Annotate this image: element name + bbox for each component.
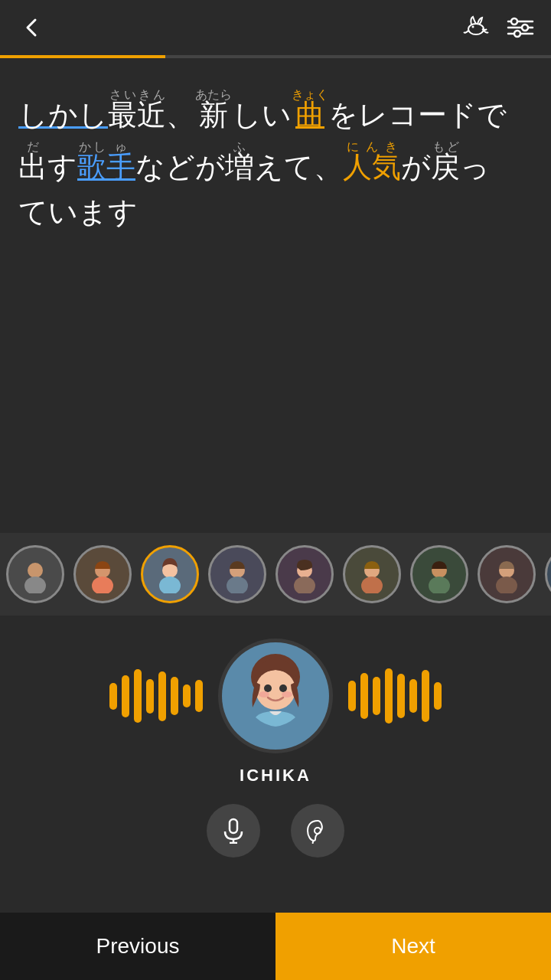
svg-point-37 <box>282 691 292 697</box>
wave-bar <box>373 677 380 715</box>
character-avatar-7[interactable] <box>478 545 536 603</box>
wave-bar <box>409 679 417 713</box>
speaker-avatar <box>218 639 333 753</box>
character-avatar-2[interactable] <box>141 545 199 603</box>
svg-point-11 <box>92 577 113 593</box>
svg-point-21 <box>429 577 450 593</box>
text-saikin: 最(さい) <box>108 89 137 135</box>
svg-point-17 <box>294 577 315 593</box>
svg-point-41 <box>315 828 321 834</box>
svg-rect-38 <box>230 819 237 833</box>
svg-point-34 <box>264 684 272 692</box>
wave-bar <box>348 681 356 711</box>
previous-button[interactable]: Previous <box>0 913 276 980</box>
line-2: 出(だ) す 歌(かし) 手(ゅ) などが 増(ふ) えて、 人気(にんき) が… <box>18 141 533 187</box>
svg-point-36 <box>259 691 269 697</box>
text-kashu: 歌(かし) <box>77 141 106 187</box>
wave-bar <box>360 673 368 719</box>
settings-icon[interactable] <box>505 12 536 43</box>
character-avatar-5[interactable] <box>343 545 401 603</box>
text-ninki: 人気(にんき) <box>343 141 401 187</box>
wave-bar <box>183 684 191 707</box>
svg-point-33 <box>256 670 295 710</box>
wave-bar <box>397 674 405 718</box>
wave-bar <box>195 680 203 712</box>
text-wo-record: をレコードで <box>328 96 507 135</box>
svg-point-1 <box>472 26 474 28</box>
text-shu: 手(ゅ) <box>106 141 135 187</box>
svg-point-23 <box>496 577 517 593</box>
wave-bar <box>134 669 142 723</box>
text-tt: っ <box>460 148 490 187</box>
text-kin: 近(きん) <box>137 89 166 135</box>
text-da: 出(だ) <box>18 141 47 187</box>
text-fu: 増(ふ) <box>225 141 254 187</box>
line-3: ています <box>18 193 533 232</box>
speed-icon[interactable] <box>461 12 491 43</box>
svg-point-15 <box>227 577 248 593</box>
speaker-name: ICHIKA <box>240 766 311 786</box>
ear-button[interactable] <box>291 804 344 858</box>
line-1: しかし 最(さい) 近(きん) 、 新(あたら) しい 曲(きょく) をレコード… <box>18 89 533 135</box>
text-shikashi: しかし <box>18 96 108 135</box>
text-shii: しい <box>232 96 292 135</box>
character-avatar-6[interactable] <box>410 545 468 603</box>
svg-point-13 <box>159 577 181 593</box>
text-modo: 戻(もど) <box>431 141 460 187</box>
text-ete: えて、 <box>254 148 343 187</box>
controls <box>207 804 344 858</box>
wave-bar <box>434 682 442 710</box>
speaker-section: ICHIKA <box>0 616 551 880</box>
wave-bar <box>158 671 166 721</box>
svg-point-19 <box>361 577 383 593</box>
text-gamodott: が <box>401 148 431 187</box>
wave-bar <box>122 675 129 717</box>
character-avatar-0[interactable] <box>6 545 64 603</box>
wave-bar <box>171 677 178 715</box>
text-nadoga: などが <box>135 148 225 187</box>
svg-point-8 <box>28 563 43 578</box>
svg-point-35 <box>279 684 287 692</box>
bottom-navigation: Previous Next <box>0 913 551 980</box>
svg-point-6 <box>522 24 528 31</box>
header <box>0 0 551 55</box>
left-waveform <box>109 665 203 727</box>
text-su: す <box>47 148 77 187</box>
right-waveform <box>348 665 442 727</box>
text-teimasu: ています <box>18 193 138 232</box>
character-avatar-4[interactable] <box>276 545 334 603</box>
mic-button[interactable] <box>207 804 260 858</box>
text-kyoku: 曲(きょく) <box>292 89 328 135</box>
svg-point-7 <box>514 31 520 37</box>
content-area: しかし 最(さい) 近(きん) 、 新(あたら) しい 曲(きょく) をレコード… <box>0 58 551 533</box>
waveform-row <box>15 639 536 753</box>
svg-point-5 <box>511 18 517 24</box>
character-selector <box>0 533 551 616</box>
text-atara: 新(あたら) <box>195 89 232 135</box>
character-avatar-8[interactable] <box>545 545 551 603</box>
svg-point-0 <box>468 24 484 34</box>
next-button[interactable]: Next <box>276 913 551 980</box>
back-button[interactable] <box>15 11 49 44</box>
wave-bar <box>422 670 429 722</box>
svg-point-9 <box>24 577 46 593</box>
wave-bar <box>146 679 154 714</box>
text-comma1: 、 <box>166 96 195 135</box>
wave-bar <box>385 668 393 724</box>
character-avatar-3[interactable] <box>208 545 266 603</box>
character-avatar-1[interactable] <box>73 545 132 603</box>
wave-bar <box>109 683 117 710</box>
